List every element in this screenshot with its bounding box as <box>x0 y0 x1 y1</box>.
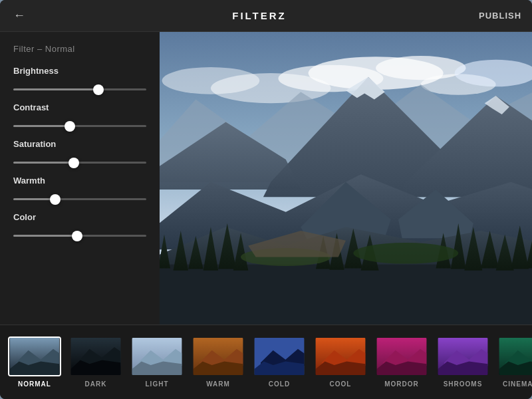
publish-button[interactable]: PUBLISH <box>479 11 519 21</box>
svg-marker-42 <box>10 361 60 375</box>
svg-rect-62 <box>316 338 366 375</box>
image-preview-area <box>160 32 532 325</box>
filter-mordor-thumb <box>375 336 428 376</box>
svg-rect-46 <box>71 338 121 375</box>
header: ← FILTERZ PUBLISH <box>0 0 532 32</box>
filter-strip: NORMAL DARK <box>0 325 532 399</box>
filter-shrooms[interactable]: SHROOMS <box>434 336 492 388</box>
warmth-label: Warmth <box>13 176 146 186</box>
current-filter-label: Filter – Normal <box>13 44 146 54</box>
filter-normal[interactable]: NORMAL <box>5 336 64 388</box>
svg-rect-54 <box>194 338 243 375</box>
filter-cool-label: COOL <box>330 380 352 388</box>
filter-cool[interactable]: COOL <box>311 336 370 388</box>
filter-light[interactable]: LIGHT <box>128 336 186 388</box>
filter-cinematic-thumb <box>497 336 532 376</box>
svg-rect-74 <box>499 338 532 375</box>
brightness-slider-group: Brightness <box>13 66 146 93</box>
brightness-slider[interactable] <box>13 88 146 90</box>
color-slider[interactable] <box>13 235 146 237</box>
svg-rect-66 <box>377 338 427 375</box>
warmth-slider[interactable] <box>13 198 146 200</box>
filter-cinematic-label: CINEMATIC <box>503 380 532 388</box>
filter-light-thumb <box>130 336 184 376</box>
filter-cold-thumb <box>253 336 306 376</box>
saturation-slider-group: Saturation <box>13 139 146 166</box>
app-title: FILTERZ <box>40 10 479 21</box>
saturation-label: Saturation <box>13 139 146 149</box>
svg-point-38 <box>353 243 458 264</box>
filter-dark-thumb <box>69 336 122 376</box>
filter-dark[interactable]: DARK <box>66 336 125 388</box>
main-content: Filter – Normal Brightness Contrast Satu… <box>0 32 532 325</box>
filter-warm[interactable]: WARM <box>189 336 247 388</box>
svg-rect-18 <box>160 265 532 325</box>
back-button[interactable]: ← <box>13 9 40 23</box>
filter-dark-label: DARK <box>85 380 107 388</box>
filter-warm-label: WARM <box>206 380 230 388</box>
svg-rect-58 <box>255 338 305 375</box>
filter-shrooms-label: SHROOMS <box>444 380 483 388</box>
app-container: ← FILTERZ PUBLISH Filter – Normal Bright… <box>0 0 532 399</box>
filter-cold-label: COLD <box>269 380 290 388</box>
filter-cold[interactable]: COLD <box>250 336 309 388</box>
left-panel: Filter – Normal Brightness Contrast Satu… <box>0 32 160 325</box>
filter-cinematic[interactable]: CINEMATIC <box>495 336 532 388</box>
svg-point-7 <box>162 67 260 94</box>
contrast-label: Contrast <box>13 102 146 112</box>
filter-cool-thumb <box>314 336 367 376</box>
color-label: Color <box>13 212 146 222</box>
contrast-slider[interactable] <box>13 125 146 127</box>
svg-rect-50 <box>132 338 182 375</box>
filter-light-label: LIGHT <box>146 380 169 388</box>
mountain-scene <box>160 32 532 325</box>
brightness-label: Brightness <box>13 66 146 76</box>
filter-warm-thumb <box>192 336 245 376</box>
filter-mordor[interactable]: MORDOR <box>372 336 431 388</box>
contrast-slider-group: Contrast <box>13 102 146 130</box>
svg-rect-70 <box>438 338 488 375</box>
filter-normal-label: NORMAL <box>18 380 51 388</box>
filter-shrooms-thumb <box>436 336 489 376</box>
filter-mordor-label: MORDOR <box>384 380 419 388</box>
filter-normal-thumb <box>8 336 61 376</box>
saturation-slider[interactable] <box>13 162 146 164</box>
warmth-slider-group: Warmth <box>13 176 146 203</box>
color-slider-group: Color <box>13 212 146 239</box>
